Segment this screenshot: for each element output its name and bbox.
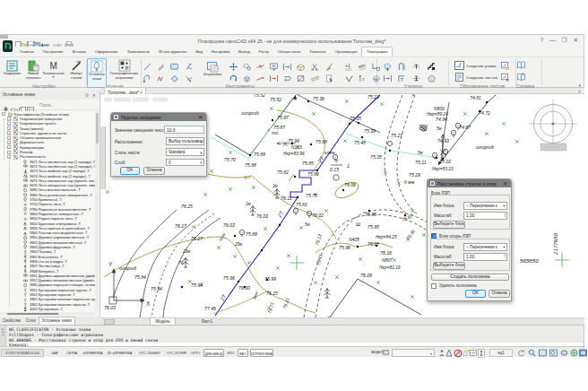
- close-button[interactable]: ✕: [570, 36, 582, 45]
- zoomwin-icon[interactable]: [539, 349, 547, 358]
- text-style-combo[interactable]: Standard▾: [166, 148, 204, 156]
- loop-icon[interactable]: [283, 70, 291, 78]
- units-indicator[interactable]: ед1: [489, 349, 513, 357]
- redx-icon[interactable]: [256, 58, 264, 66]
- collapsed-palette-strip[interactable]: [100, 126, 106, 189]
- dialog-close-icon[interactable]: ✕: [503, 180, 507, 187]
- ruler-icon[interactable]: [311, 70, 319, 78]
- text-offset-input[interactable]: 10.0: [164, 126, 204, 134]
- status-toggle-СЕТКА[interactable]: СЕТКА: [64, 349, 80, 357]
- pencil-icon[interactable]: [157, 58, 165, 66]
- ribbon-tab-Оформление[interactable]: Оформление: [91, 47, 123, 56]
- tab-bar-close-icon[interactable]: ×: [578, 89, 581, 94]
- cancel-button[interactable]: Отмена: [489, 290, 510, 298]
- minimize-button[interactable]: —: [547, 36, 558, 45]
- nanocad-logo[interactable]: [3, 40, 13, 52]
- framebulb-icon[interactable]: [501, 57, 509, 65]
- panel-close-icon[interactable]: ✕: [92, 92, 96, 98]
- status-toggle-ОРТО[interactable]: ОРТО: [189, 349, 202, 357]
- tree-expand-icon[interactable]: −: [2, 112, 5, 116]
- delete-polyline-checkbox[interactable]: [431, 283, 437, 289]
- orbit-icon[interactable]: [560, 349, 568, 358]
- lasso-icon[interactable]: [243, 58, 251, 66]
- angle-icon[interactable]: [186, 58, 194, 66]
- tree-expand-icon[interactable]: +: [7, 126, 11, 130]
- ribbon-tab-Организация[interactable]: Организация: [330, 47, 361, 56]
- bookg-icon[interactable]: [517, 68, 525, 76]
- lpoly-icon[interactable]: [372, 58, 380, 66]
- ok-button[interactable]: OK: [120, 167, 140, 175]
- boxo-icon[interactable]: [297, 58, 305, 66]
- ribbon-tab-Зависимости[interactable]: Зависимости: [123, 47, 154, 56]
- ok-button[interactable]: OK: [465, 290, 486, 298]
- ribbon-tab-Вставка[interactable]: Вставка: [68, 47, 91, 56]
- ribbon-tab-Главная[interactable]: Главная: [15, 47, 39, 56]
- broom-icon[interactable]: [325, 58, 333, 66]
- status-toggle-ОТС-ОБЪЕКТ[interactable]: ОТС-ОБЪЕКТ: [135, 349, 164, 357]
- dialog-close-icon[interactable]: ✕: [198, 114, 203, 120]
- vcheck-icon[interactable]: [345, 70, 353, 78]
- ribbon-tab-Настройки[interactable]: Настройки: [207, 47, 234, 56]
- pick-block-button-1[interactable]: Выберите блок: [433, 221, 465, 229]
- framex-icon[interactable]: [501, 69, 509, 77]
- angle2-icon[interactable]: [186, 70, 194, 78]
- gap-icon[interactable]: [270, 70, 278, 78]
- ribbon-tab-Облака точек[interactable]: Облака точек: [273, 47, 306, 56]
- status-annoblue-icon[interactable]: [445, 349, 454, 358]
- ribbon-tab-3D-инструменты[interactable]: 3D-инструменты: [154, 47, 192, 56]
- block-name-combo-2[interactable]: + Пересечения к▾: [463, 243, 507, 252]
- tag-icon[interactable]: [384, 58, 392, 66]
- ribbon-button-Новый-топоплан[interactable]: Новыйтопоплан: [24, 58, 42, 88]
- panel-tab-Условные знаки[interactable]: Условные знаки: [39, 317, 75, 325]
- rotate-icon[interactable]: [229, 70, 238, 78]
- full-icon[interactable]: [579, 349, 587, 358]
- pan-icon[interactable]: [570, 349, 578, 358]
- ribbon-tab-Топоплан[interactable]: Топоплан: [305, 47, 330, 56]
- ribbon-button-Топографические-штриховки[interactable]: Топографическиештриховки: [108, 58, 141, 88]
- stairs-icon[interactable]: [428, 58, 436, 66]
- brect-icon[interactable]: [170, 58, 178, 66]
- placement-combo[interactable]: Выбор пользовате▾: [166, 137, 204, 145]
- ribbon-tab-Топография[interactable]: Топография: [361, 47, 393, 56]
- ribbon-button-Штриховки[interactable]: Штриховки: [200, 58, 225, 88]
- pick-block-button-2[interactable]: Выберите блок: [433, 262, 465, 270]
- ribbon-button-Условные-знаки[interactable]: Условныезнаки: [87, 58, 107, 88]
- book-icon[interactable]: [517, 56, 525, 65]
- z1-icon[interactable]: z: [359, 70, 367, 78]
- dialog-title-bar[interactable]: Расстановка стрелок и опор ✕: [428, 179, 511, 187]
- tree-expand-icon[interactable]: +: [7, 136, 11, 140]
- status-toggle-ОТС-ПОЛЯР[interactable]: ОТС-ПОЛЯР: [166, 349, 187, 357]
- status-toggle-ВЕС[interactable]: ВЕС: [238, 349, 248, 357]
- line-icon[interactable]: [143, 58, 151, 66]
- status-cells-icon[interactable]: [470, 349, 478, 358]
- gapb-icon[interactable]: [283, 58, 291, 66]
- status-updown-icon[interactable]: [478, 349, 485, 359]
- layer-combo[interactable]: 0▾: [166, 159, 204, 167]
- ribbon-button-Топомасштаб[interactable]: MТопомасштаб▾: [41, 58, 65, 88]
- plus123-icon[interactable]: +1123: [345, 58, 353, 66]
- ribbon-tab-Вывод[interactable]: Вывод: [234, 47, 255, 56]
- tree-expand-icon[interactable]: +: [7, 117, 11, 120]
- tree-expand-icon[interactable]: +: [7, 145, 11, 149]
- search-input[interactable]: Поиск...: [39, 103, 55, 108]
- tcorner-icon[interactable]: T: [398, 70, 406, 78]
- status-annolight-icon[interactable]: [462, 349, 470, 358]
- zoom-icon[interactable]: [528, 349, 536, 358]
- status-toggle-ШАГ[interactable]: ШАГ: [48, 349, 62, 357]
- redarr-icon[interactable]: [256, 70, 264, 78]
- tbar-icon[interactable]: [412, 58, 420, 66]
- move-icon[interactable]: [229, 58, 238, 66]
- viewport-icon[interactable]: [383, 349, 390, 356]
- block-name-combo-1[interactable]: + Пересечения к▾: [463, 202, 507, 211]
- ribbon-button-Геодерево[interactable]: Геодерево: [2, 58, 22, 88]
- ribbon-button-Создание листов[interactable]: Создание листов: [454, 69, 497, 79]
- cancel-button[interactable]: Отмена: [143, 167, 165, 175]
- tree-expand-icon[interactable]: +: [7, 141, 11, 144]
- tree-expand-icon[interactable]: +: [7, 122, 11, 126]
- screen-icon[interactable]: [270, 58, 278, 66]
- status-toggle-ШТРИХОВКА[interactable]: ШТРИХОВКА: [250, 349, 273, 357]
- tree-expand-icon[interactable]: +: [7, 151, 11, 154]
- tbar2-icon[interactable]: [412, 70, 420, 78]
- cube-icon[interactable]: [243, 70, 251, 78]
- drawing-tab[interactable]: Тополям...dwg* ×: [104, 87, 146, 94]
